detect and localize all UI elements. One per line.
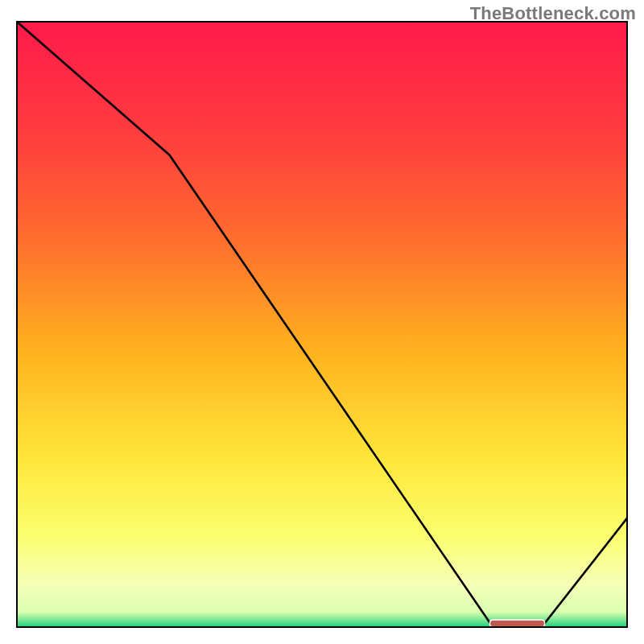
- watermark-text: TheBottleneck.com: [470, 3, 636, 24]
- optimal-range-marker: [489, 620, 544, 627]
- chart-svg: [0, 0, 644, 644]
- plot-background: [17, 22, 627, 627]
- chart-stage: TheBottleneck.com: [0, 0, 644, 644]
